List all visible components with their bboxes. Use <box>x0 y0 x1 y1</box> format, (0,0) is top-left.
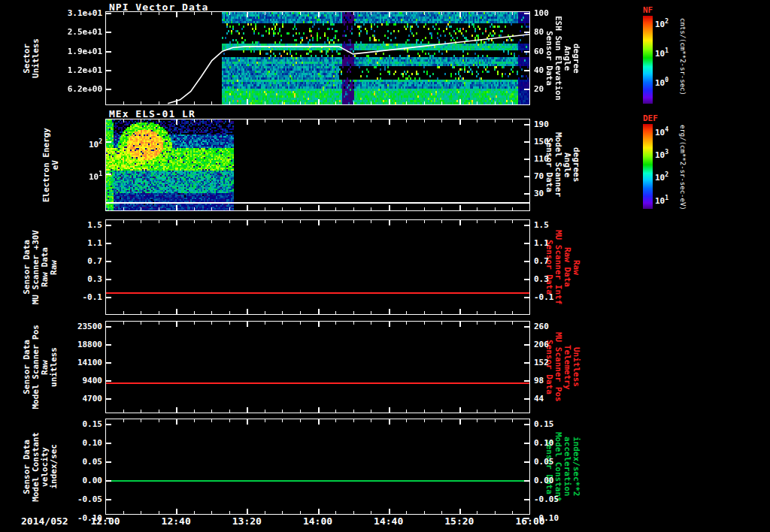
axis-label-line: degrees <box>571 147 581 182</box>
y-tick-label-right: 0.10 <box>534 439 568 447</box>
time-tick <box>353 101 354 104</box>
y-tick-label-left: 0.10 <box>51 439 102 447</box>
y-tick-label-left: 4700 <box>51 394 102 403</box>
time-tick <box>512 101 513 104</box>
time-tick <box>318 99 320 104</box>
tick-mark <box>106 480 111 482</box>
time-tick <box>318 309 320 314</box>
time-tick <box>441 511 442 514</box>
time-tick <box>176 309 177 314</box>
colorbar-nf-title: NF <box>643 5 653 15</box>
time-tick <box>247 322 248 327</box>
panel-title-els: MEx ELS-01 LR <box>109 108 196 119</box>
time-tick <box>371 207 371 210</box>
tick-mark <box>106 243 111 244</box>
time-tick <box>424 207 425 210</box>
time-tick <box>353 12 354 15</box>
time-tick <box>300 410 301 413</box>
time-tick <box>194 311 195 314</box>
y-tick-label-left: -0.1 <box>51 293 102 301</box>
time-tick <box>353 322 354 325</box>
time-tick <box>159 12 159 15</box>
y-tick-label-right: 20 <box>534 85 568 93</box>
y-tick-label-right: 30 <box>534 189 568 198</box>
time-tick <box>335 311 336 314</box>
time-tick <box>371 511 371 514</box>
time-tick <box>211 101 212 104</box>
y-tick-label-right: 110 <box>534 155 568 163</box>
left-axis-label-npi: SectorUnitless <box>17 11 47 105</box>
tick-mark <box>524 344 529 346</box>
tick-mark <box>524 13 529 14</box>
tick-mark <box>524 243 529 244</box>
y-tick-label-right: 100 <box>534 9 568 17</box>
time-tick <box>265 311 265 314</box>
y-tick-label-right: 190 <box>534 120 568 128</box>
time-tick <box>424 511 425 514</box>
tick-mark <box>524 51 529 53</box>
spacecraft-data-plot-page: NPI Vector Data MEx ELS-01 LR SectorUnit… <box>0 0 770 532</box>
tick-mark <box>106 443 111 444</box>
time-tick <box>459 99 461 104</box>
time-tick <box>441 322 442 325</box>
time-tick <box>424 419 425 422</box>
time-tick <box>512 419 513 422</box>
time-tick <box>441 220 442 223</box>
time-tick <box>459 309 461 314</box>
time-tick <box>512 511 513 514</box>
y-tick-label-left: 0.00 <box>51 476 102 485</box>
time-tick <box>335 220 336 223</box>
y-tick-label-left: 101 <box>51 170 102 181</box>
colorbar-tick-label: 102 <box>655 171 690 182</box>
time-tick <box>459 419 461 425</box>
time-tick <box>123 207 124 210</box>
time-tick <box>389 220 390 225</box>
y-tick-label-left: 6.2e+00 <box>51 85 102 93</box>
y-tick-label-left: 1.2e+01 <box>51 66 102 74</box>
tick-mark <box>524 124 529 125</box>
time-tick <box>265 220 265 223</box>
colorbar-tick-label: 101 <box>655 194 690 205</box>
time-tick <box>353 207 354 210</box>
time-tick <box>265 207 265 210</box>
plot-area-mu-scanner-30v <box>105 219 530 315</box>
time-tick <box>389 205 390 210</box>
y-tick-label-right: 1.5 <box>534 221 568 229</box>
time-tick <box>495 410 496 413</box>
time-tick <box>318 419 320 425</box>
time-tick <box>406 511 407 514</box>
time-tick <box>282 220 283 223</box>
time-tick <box>176 509 177 514</box>
time-tick <box>300 119 301 122</box>
time-tick <box>282 322 283 325</box>
time-tick <box>406 101 407 104</box>
colorbar-nf <box>643 16 653 104</box>
y-tick-label-right: 0.7 <box>534 257 568 265</box>
time-tick <box>441 419 442 422</box>
time-tick <box>141 311 141 314</box>
time-tick <box>159 220 159 223</box>
axis-label-line: degree <box>571 44 581 74</box>
time-tick <box>247 220 248 225</box>
time-tick <box>265 511 265 514</box>
time-tick <box>176 220 177 225</box>
time-tick <box>282 419 283 422</box>
tick-mark <box>524 424 529 425</box>
time-tick <box>194 419 195 422</box>
time-tick <box>159 419 159 422</box>
time-tick <box>141 511 141 514</box>
time-tick <box>495 220 496 223</box>
tick-mark <box>524 297 529 298</box>
time-tick <box>318 322 320 327</box>
time-tick <box>512 12 513 15</box>
y-tick-label-right: 80 <box>534 28 568 36</box>
time-tick <box>424 311 425 314</box>
time-tick <box>371 410 371 413</box>
time-tick-label: 16:00 <box>508 515 553 527</box>
y-tick-label-left: 18800 <box>51 340 102 349</box>
time-tick <box>512 410 513 413</box>
time-tick <box>211 119 212 122</box>
time-tick-label: 14:40 <box>366 515 411 527</box>
y-tick-label-right: 206 <box>534 340 568 349</box>
time-tick <box>335 511 336 514</box>
